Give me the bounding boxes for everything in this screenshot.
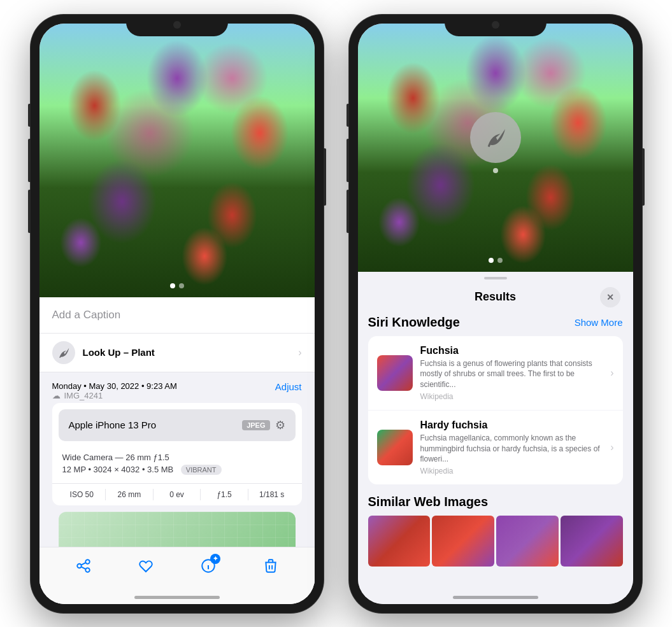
exif-focal: 26 mm — [106, 489, 154, 500]
caption-placeholder: Add a Caption — [52, 309, 121, 321]
dot-indicator-2 — [179, 283, 184, 288]
right-phone-screen: Results ✕ Siri Knowledge Show More — [358, 24, 633, 604]
filename: IMG_4241 — [64, 391, 103, 400]
jpeg-badge: JPEG — [242, 420, 269, 430]
similar-img-1[interactable] — [368, 516, 431, 567]
info-badge: ✦ — [210, 554, 220, 564]
left-phone: Add a Caption Look Up – Plant › — [31, 15, 324, 613]
close-button[interactable]: ✕ — [600, 287, 620, 307]
exif-aperture: ƒ1.5 — [201, 489, 248, 500]
resolution-info: 12 MP • 3024 × 4032 • 3.5 MB VIBRANT — [62, 465, 292, 474]
similar-img-3[interactable] — [496, 516, 559, 567]
show-more-button[interactable]: Show More — [575, 317, 623, 328]
left-phone-screen: Add a Caption Look Up – Plant › — [39, 24, 315, 604]
share-button[interactable] — [75, 558, 92, 574]
results-content[interactable]: Siri Knowledge Show More Fuchsia — [358, 315, 633, 604]
hardy-thumbnail — [377, 430, 413, 465]
favorite-button[interactable] — [138, 558, 154, 574]
caption-field[interactable]: Add a Caption — [39, 297, 315, 334]
similar-img-2[interactable] — [432, 516, 494, 567]
right-photo-area[interactable] — [358, 24, 633, 272]
fuchsia-description: Fuchsia is a genus of flowering plants t… — [420, 358, 603, 390]
fuchsia-thumbnail — [377, 355, 413, 391]
home-indicator — [134, 596, 220, 599]
siri-visual-circle — [470, 112, 521, 163]
hardy-chevron: › — [610, 442, 613, 453]
camera-details: Wide Camera — 26 mm ƒ1.5 12 MP • 3024 × … — [52, 447, 302, 483]
hardy-source: Wikipedia — [420, 467, 603, 476]
dot-indicator-1 — [170, 283, 175, 288]
vibrant-badge: VIBRANT — [181, 465, 222, 475]
right-home-indicator — [453, 596, 538, 599]
results-header: Results ✕ — [358, 279, 633, 315]
hardy-name: Hardy fuchsia — [420, 419, 603, 431]
camera-name: Apple iPhone 13 Pro — [69, 419, 157, 430]
fuchsia-chevron: › — [610, 367, 613, 379]
camera-header: Apple iPhone 13 Pro JPEG ⚙ — [59, 409, 296, 441]
lookup-arrow: › — [298, 347, 301, 358]
dot-indicator-right-1 — [489, 258, 494, 263]
knowledge-item-hardy[interactable]: Hardy fuchsia Fuchsia magellanica, commo… — [368, 411, 623, 484]
cloud-icon: ☁ — [52, 391, 61, 400]
exif-row: ISO 50 26 mm 0 ev ƒ1.5 1/181 s — [52, 483, 302, 505]
exif-ev: 0 ev — [154, 489, 201, 500]
adjust-button[interactable]: Adjust — [275, 381, 302, 392]
exif-shutter: 1/181 s — [248, 489, 296, 500]
siri-dot — [493, 168, 498, 173]
hardy-info: Hardy fuchsia Fuchsia magellanica, commo… — [420, 419, 603, 476]
siri-knowledge-title: Siri Knowledge — [368, 315, 460, 330]
knowledge-item-fuchsia[interactable]: Fuchsia Fuchsia is a genus of flowering … — [368, 336, 623, 411]
fuchsia-name: Fuchsia — [420, 345, 603, 356]
lookup-icon-circle — [52, 341, 75, 364]
results-panel: Results ✕ Siri Knowledge Show More — [358, 272, 633, 604]
delete-button[interactable] — [262, 558, 279, 574]
photo-area[interactable] — [39, 24, 315, 297]
fuchsia-info: Fuchsia Fuchsia is a genus of flowering … — [420, 345, 603, 401]
similar-img-4[interactable] — [561, 516, 623, 567]
results-title: Results — [475, 290, 516, 304]
knowledge-card: Fuchsia Fuchsia is a genus of flowering … — [368, 336, 623, 485]
info-button[interactable]: ✦ — [200, 558, 217, 574]
lookup-row[interactable]: Look Up – Plant › — [39, 334, 315, 372]
camera-gear-icon: ⚙ — [275, 418, 285, 432]
similar-section: Similar Web Images — [368, 495, 623, 567]
lookup-label: Look Up – Plant — [83, 347, 155, 358]
camera-info-card: Apple iPhone 13 Pro JPEG ⚙ Wide Camera —… — [52, 403, 302, 505]
right-phone: Results ✕ Siri Knowledge Show More — [349, 15, 642, 613]
similar-title: Similar Web Images — [368, 495, 623, 509]
hardy-description: Fuchsia magellanica, commonly known as t… — [420, 433, 603, 465]
fuchsia-source: Wikipedia — [420, 392, 603, 401]
similar-images-grid[interactable] — [368, 516, 623, 567]
exif-iso: ISO 50 — [59, 489, 106, 500]
date-text: Monday • May 30, 2022 • 9:23 AM — [52, 381, 177, 391]
dot-indicator-right-2 — [497, 258, 503, 263]
lens-info: Wide Camera — 26 mm ƒ1.5 — [62, 453, 292, 462]
siri-knowledge-header: Siri Knowledge Show More — [368, 315, 623, 330]
